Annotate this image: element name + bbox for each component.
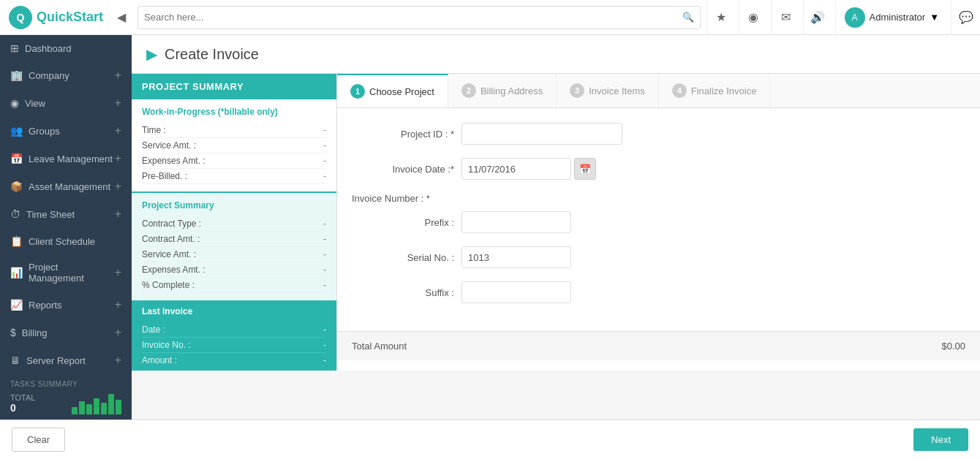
search-input[interactable] xyxy=(144,12,682,23)
total-amount-value: $0.00 xyxy=(941,341,965,352)
page-title: Create Invoice xyxy=(165,46,259,63)
sidebar-item-asset-management[interactable]: 📦 Asset Management + xyxy=(0,172,132,200)
search-icon[interactable]: 🔍 xyxy=(682,12,694,23)
mail-icon[interactable]: ✉ xyxy=(771,0,800,35)
form-area: Project ID : * Invoice Date :* 📅 Invoice… xyxy=(337,108,980,331)
sidebar-item-groups[interactable]: 👥 Groups + xyxy=(0,117,132,145)
form-row-suffix: Suffix : xyxy=(352,281,965,303)
wip-row-value: - xyxy=(323,156,326,166)
tab-invoice-items[interactable]: 3 Invoice Items xyxy=(557,74,659,107)
tab-num-3: 3 xyxy=(570,83,584,98)
li-label: Invoice No. : xyxy=(142,340,191,350)
tab-billing-address[interactable]: 2 Billing Address xyxy=(448,74,557,107)
li-title: Last Invoice xyxy=(142,306,326,316)
tab-choose-project[interactable]: 1 Choose Project xyxy=(337,74,448,107)
volume-icon[interactable]: 🔊 xyxy=(803,0,832,35)
sidebar-item-view[interactable]: ◉ View + xyxy=(0,89,132,117)
invoice-body: PROJECT SUMMARY Work-in-Progress (*billa… xyxy=(132,74,980,371)
clock-icon[interactable]: ◉ xyxy=(739,0,768,35)
server-icon: 🖥 xyxy=(10,354,20,366)
invoice-icon: ▶ xyxy=(146,45,157,63)
tab-label-3: Invoice Items xyxy=(589,86,645,96)
plus-icon[interactable]: + xyxy=(115,152,121,165)
left-panel: PROJECT SUMMARY Work-in-Progress (*billa… xyxy=(132,74,336,371)
sidebar-item-dashboard[interactable]: ⊞ Dashboard xyxy=(0,35,132,61)
ps-title: Project Summary xyxy=(142,200,326,210)
sidebar-item-leave-management[interactable]: 📅 Leave Management + xyxy=(0,145,132,172)
topbar: Q QuickStart ◀ 🔍 ★ ◉ ✉ 🔊 A Administrator… xyxy=(0,0,980,35)
ps-label: Expenses Amt. : xyxy=(142,265,206,275)
chat-icon[interactable]: 💬 xyxy=(951,0,980,35)
tab-finalize-invoice[interactable]: 4 Finalize Invoice xyxy=(659,74,771,107)
tasks-summary-section: TASKS SUMMARY TOTAL 0 IN PR xyxy=(0,374,132,420)
chevron-down-icon: ▼ xyxy=(930,12,939,23)
total-label: TOTAL xyxy=(10,393,35,402)
ps-value: - xyxy=(323,249,326,259)
sidebar-item-client-schedule[interactable]: 📋 Client Schedule xyxy=(0,228,132,254)
main-layout: ⊞ Dashboard 🏢 Company + ◉ View + 👥 Group… xyxy=(0,35,980,420)
logo-icon: Q xyxy=(9,6,32,29)
sidebar-item-company[interactable]: 🏢 Company + xyxy=(0,61,132,89)
sidebar-item-project-management[interactable]: 📊 Project Management + xyxy=(0,254,132,291)
user-name: Administrator xyxy=(870,12,926,23)
sidebar-item-server-report[interactable]: 🖥 Server Report + xyxy=(0,346,132,374)
wizard-tabs: 1 Choose Project 2 Billing Address 3 Inv… xyxy=(337,74,980,108)
sidebar-item-label: Company xyxy=(29,70,69,81)
total-amount-label: Total Amount xyxy=(352,341,407,352)
prefix-input[interactable] xyxy=(461,211,571,233)
ps-row-contract-type: Contract Type : - xyxy=(142,216,326,232)
li-row-amount: Amount : - xyxy=(142,353,326,368)
right-panel: 1 Choose Project 2 Billing Address 3 Inv… xyxy=(336,74,980,371)
plus-icon[interactable]: + xyxy=(115,180,121,193)
reports-icon: 📈 xyxy=(10,299,23,311)
plus-icon[interactable]: + xyxy=(115,266,121,279)
ps-label: Contract Amt. : xyxy=(142,234,200,244)
ps-row-contract-amt: Contract Amt. : - xyxy=(142,232,326,247)
groups-icon: 👥 xyxy=(10,125,23,137)
tab-label-4: Finalize Invoice xyxy=(691,86,757,96)
wip-row-label: Time : xyxy=(142,125,166,135)
wip-row-prebilled: Pre-Billed. : - xyxy=(142,169,326,184)
date-wrapper: 📅 xyxy=(461,158,596,180)
clear-button[interactable]: Clear xyxy=(12,428,65,452)
sidebar-item-label: Server Report xyxy=(26,355,86,366)
wip-row-label: Service Amt. : xyxy=(142,140,196,151)
sidebar-item-time-sheet[interactable]: ⏱ Time Sheet + xyxy=(0,200,132,228)
next-button[interactable]: Next xyxy=(913,428,968,451)
sidebar-item-reports[interactable]: 📈 Reports + xyxy=(0,291,132,319)
plus-icon[interactable]: + xyxy=(115,69,121,82)
plus-icon[interactable]: + xyxy=(115,354,121,367)
tab-label-2: Billing Address xyxy=(480,86,543,96)
page-header: ▶ Create Invoice xyxy=(132,35,980,74)
sidebar-item-label: Groups xyxy=(29,126,60,137)
total-chart xyxy=(72,392,121,414)
plus-icon[interactable]: + xyxy=(115,124,121,137)
ps-row-service-amt: Service Amt. : - xyxy=(142,247,326,262)
wip-row-label: Expenses Amt. : xyxy=(142,156,206,166)
wip-section: Work-in-Progress (*billable only) Time :… xyxy=(132,99,336,191)
ps-value: - xyxy=(323,280,326,290)
tab-label-1: Choose Project xyxy=(369,86,434,97)
sidebar-item-billing[interactable]: $ Billing + xyxy=(0,319,132,346)
plus-icon[interactable]: + xyxy=(115,326,121,339)
project-summary-section: Project Summary Contract Type : - Contra… xyxy=(132,191,336,300)
form-row-prefix: Prefix : xyxy=(352,211,965,233)
li-label: Amount : xyxy=(142,355,177,365)
wip-row-value: - xyxy=(323,125,326,135)
serial-no-input[interactable] xyxy=(461,246,571,268)
invoice-date-input[interactable] xyxy=(461,158,571,180)
plus-icon[interactable]: + xyxy=(115,96,121,110)
calendar-button[interactable]: 📅 xyxy=(574,158,596,180)
wip-row-expenses: Expenses Amt. : - xyxy=(142,153,326,169)
collapse-sidebar-button[interactable]: ◀ xyxy=(117,10,126,24)
suffix-input[interactable] xyxy=(461,281,571,303)
view-icon: ◉ xyxy=(10,97,19,109)
content-area: ▶ Create Invoice PROJECT SUMMARY Work-in… xyxy=(132,35,980,420)
user-area[interactable]: A Administrator ▼ xyxy=(835,0,948,35)
invoice-number-section: Invoice Number : * Prefix : Serial No. :… xyxy=(352,193,965,303)
ps-row-expenses-amt: Expenses Amt. : - xyxy=(142,262,326,278)
bookmark-icon[interactable]: ★ xyxy=(706,0,736,35)
plus-icon[interactable]: + xyxy=(115,208,121,221)
plus-icon[interactable]: + xyxy=(115,298,121,311)
project-id-input[interactable] xyxy=(461,123,622,145)
